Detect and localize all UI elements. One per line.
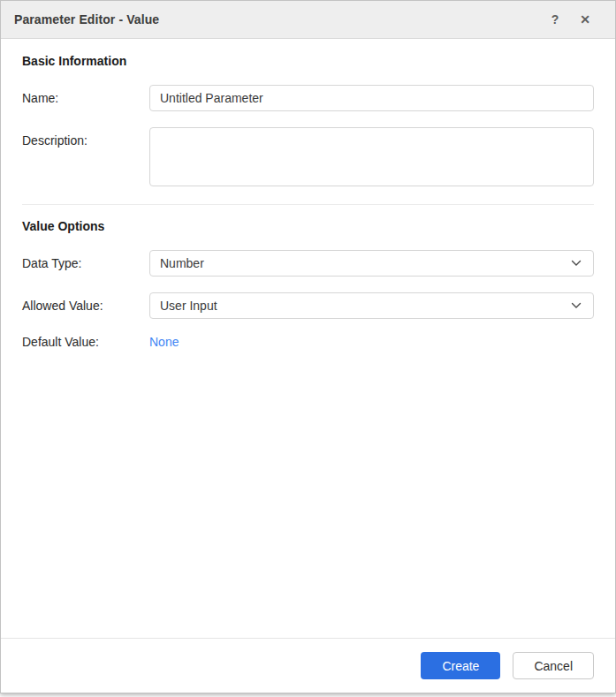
create-button[interactable]: Create (421, 652, 500, 679)
default-value-row: Default Value: None (22, 335, 594, 349)
help-icon[interactable]: ? (551, 13, 559, 26)
section-heading-basic-information: Basic Information (22, 54, 594, 68)
data-type-label: Data Type: (22, 256, 149, 270)
default-value-label: Default Value: (22, 335, 149, 349)
data-type-selected-value: Number (160, 256, 204, 270)
dialog-body: Basic Information Name: Description: Val… (1, 39, 615, 638)
body-spacer (22, 365, 594, 638)
dialog-title: Parameter Editor - Value (14, 12, 530, 27)
allowed-value-row: Allowed Value: User Input (22, 292, 594, 319)
description-label: Description: (22, 127, 149, 148)
section-divider (22, 204, 594, 205)
section-heading-value-options: Value Options (22, 219, 594, 233)
data-type-select[interactable]: Number (149, 250, 594, 277)
close-icon[interactable]: ✕ (580, 13, 590, 26)
dialog-header: Parameter Editor - Value ? ✕ (1, 1, 615, 39)
allowed-value-selected-value: User Input (160, 299, 217, 313)
name-input[interactable] (149, 85, 594, 111)
chevron-down-icon (571, 260, 582, 267)
description-input[interactable] (149, 127, 594, 186)
allowed-value-label: Allowed Value: (22, 299, 149, 313)
default-value-link[interactable]: None (149, 335, 179, 349)
name-row: Name: (22, 85, 594, 111)
chevron-down-icon (571, 302, 582, 309)
description-row: Description: (22, 127, 594, 186)
data-type-row: Data Type: Number (22, 250, 594, 277)
cancel-button[interactable]: Cancel (513, 652, 594, 679)
allowed-value-select[interactable]: User Input (149, 292, 594, 319)
name-label: Name: (22, 91, 149, 105)
dialog-footer: Create Cancel (1, 638, 615, 693)
parameter-editor-dialog: Parameter Editor - Value ? ✕ Basic Infor… (0, 0, 616, 693)
